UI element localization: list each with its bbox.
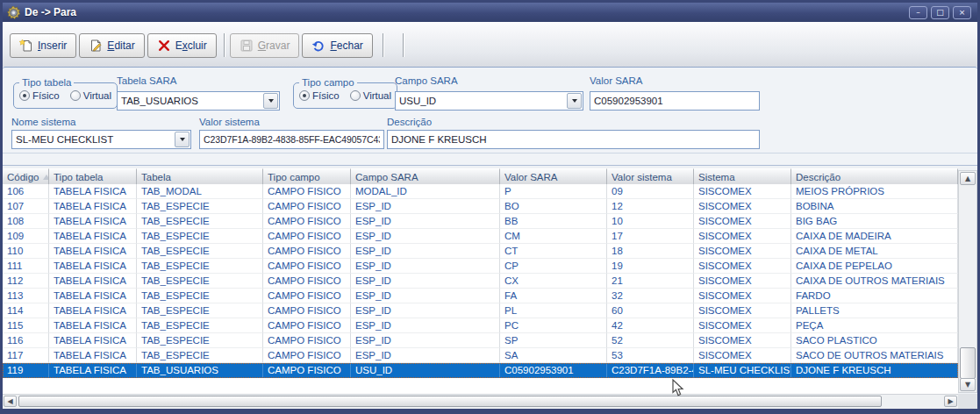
grid-cell: 12 xyxy=(607,199,694,214)
button-label: Inserir xyxy=(38,39,67,52)
radio-tipo-tabela-virtual[interactable]: Virtual xyxy=(70,90,111,101)
triangle-down-icon: ▼ xyxy=(965,382,970,389)
chevron-down-icon[interactable] xyxy=(263,93,278,109)
column-header-descri-o[interactable]: Descrição xyxy=(791,168,958,184)
delete-icon xyxy=(157,39,171,53)
campo-sara-combobox[interactable]: USU_ID xyxy=(395,91,583,111)
grid-cell: 113 xyxy=(3,289,49,303)
table-row[interactable]: 109TABELA FISICATAB_ESPECIECAMPO FISICOE… xyxy=(3,229,958,244)
grid-cell: TABELA FISICA xyxy=(49,214,137,229)
grid-cell: FARDO xyxy=(791,289,958,303)
column-header-valor-sistema[interactable]: Valor sistema xyxy=(607,168,694,184)
grid-cell: TABELA FISICA xyxy=(49,184,137,199)
fechar-button[interactable]: Fechar xyxy=(302,33,372,58)
column-header-campo-sara[interactable]: Campo SARA xyxy=(351,168,500,184)
grid-cell: CAMPO FISICO xyxy=(263,274,351,289)
vertical-scrollbar[interactable]: ▲ ▼ xyxy=(958,170,977,393)
horizontal-scrollbar[interactable]: ◀ ▶ xyxy=(3,394,958,409)
valor-sistema-input[interactable] xyxy=(199,130,384,149)
triangle-up-icon: ▲ xyxy=(965,175,970,182)
column-header-c-digo[interactable]: Código xyxy=(3,168,49,184)
column-header-sistema[interactable]: Sistema xyxy=(694,168,791,184)
grid-cell: ESP_ID xyxy=(351,274,500,289)
nome-sistema-label: Nome sistema xyxy=(11,117,76,127)
grid-cell: BOBINA xyxy=(791,199,958,214)
excluir-button[interactable]: Excluir xyxy=(147,33,217,58)
window-title: De -> Para xyxy=(25,6,76,18)
grid-cell: BB xyxy=(500,214,607,229)
radio-icon xyxy=(19,90,30,101)
descricao-input[interactable] xyxy=(387,130,760,149)
vertical-scroll-thumb[interactable] xyxy=(960,347,976,379)
grid-cell: 112 xyxy=(3,274,49,289)
grid-cell: TAB_ESPECIE xyxy=(137,303,263,318)
grid-cell: TABELA FISICA xyxy=(49,363,137,378)
grid-cell: 19 xyxy=(607,259,694,274)
column-header-tabela[interactable]: Tabela xyxy=(137,168,263,184)
groupbox-legend: Tipo campo xyxy=(299,76,357,89)
editar-button[interactable]: Editar xyxy=(79,33,144,58)
scroll-left-button[interactable]: ◀ xyxy=(4,396,17,407)
table-row[interactable]: 108TABELA FISICATAB_ESPECIECAMPO FISICOE… xyxy=(3,214,958,229)
button-label: Gravar xyxy=(258,39,290,52)
inserir-button[interactable]: Inserir xyxy=(10,33,76,58)
gravar-button[interactable]: Gravar xyxy=(230,33,300,58)
grid-cell: SL-MEU CHECKLIST xyxy=(694,363,791,378)
grid-cell: CAMPO FISICO xyxy=(263,229,351,244)
grid-cell: CAMPO FISICO xyxy=(263,184,351,199)
chevron-down-icon[interactable] xyxy=(175,132,190,147)
column-header-label: Tipo tabela xyxy=(54,172,103,182)
grid-cell: ESP_ID xyxy=(351,289,500,303)
table-row[interactable]: 114TABELA FISICATAB_ESPECIECAMPO FISICOE… xyxy=(3,303,958,318)
table-row[interactable]: 106TABELA FISICATAB_MODALCAMPO FISICOMOD… xyxy=(3,184,958,199)
grid-cell: SACO PLASTICO xyxy=(791,333,958,348)
chevron-down-icon[interactable] xyxy=(567,93,582,109)
maximize-button[interactable]: □ xyxy=(931,6,949,19)
table-row-selected[interactable]: 119TABELA FISICATAB_USUARIOSCAMPO FISICO… xyxy=(3,363,958,378)
grid-cell: TAB_USUARIOS xyxy=(137,363,263,378)
grid-cell: CAMPO FISICO xyxy=(263,244,351,259)
scroll-up-button[interactable]: ▲ xyxy=(960,172,976,185)
tabela-sara-label: Tabela SARA xyxy=(117,75,176,86)
nome-sistema-combobox[interactable]: SL-MEU CHECKLIST xyxy=(11,130,191,149)
grid-cell: CAMPO FISICO xyxy=(263,363,351,378)
valor-sara-input[interactable] xyxy=(590,91,760,111)
table-row[interactable]: 112TABELA FISICATAB_ESPECIECAMPO FISICOE… xyxy=(3,274,958,289)
title-bar[interactable]: De -> Para – □ × xyxy=(3,3,977,22)
horizontal-scroll-thumb[interactable] xyxy=(18,396,882,407)
grid-cell: 115 xyxy=(3,318,49,333)
grid-cell: CAIXA DE OUTROS MATERIAIS xyxy=(791,274,958,289)
radio-tipo-campo-fisico[interactable]: Físico xyxy=(299,90,340,101)
table-row[interactable]: 116TABELA FISICATAB_ESPECIECAMPO FISICOE… xyxy=(3,333,958,348)
grid-cell: SISCOMEX xyxy=(694,259,791,274)
grid-cell: TAB_ESPECIE xyxy=(137,289,263,303)
column-header-label: Valor sistema xyxy=(612,172,672,182)
table-row[interactable]: 113TABELA FISICATAB_ESPECIECAMPO FISICOE… xyxy=(3,289,958,303)
grid-cell: TAB_MODAL xyxy=(137,184,263,199)
table-row[interactable]: 115TABELA FISICATAB_ESPECIECAMPO FISICOE… xyxy=(3,318,958,333)
column-header-tipo-tabela[interactable]: Tipo tabela xyxy=(49,168,137,184)
table-row[interactable]: 111TABELA FISICATAB_ESPECIECAMPO FISICOE… xyxy=(3,259,958,274)
column-header-tipo-campo[interactable]: Tipo campo xyxy=(263,168,351,184)
tabela-sara-combobox[interactable]: TAB_USUARIOS xyxy=(117,91,280,111)
grid-cell: ESP_ID xyxy=(351,229,500,244)
radio-tipo-campo-virtual[interactable]: Virtual xyxy=(350,90,391,101)
grid-cell: 32 xyxy=(607,289,694,303)
table-row[interactable]: 117TABELA FISICATAB_ESPECIECAMPO FISICOE… xyxy=(3,348,958,363)
data-grid: 106TABELA FISICATAB_MODALCAMPO FISICOMOD… xyxy=(3,184,958,394)
grid-cell: CAMPO FISICO xyxy=(263,333,351,348)
grid-cell: TAB_ESPECIE xyxy=(137,214,263,229)
minimize-button[interactable]: – xyxy=(909,6,927,19)
column-header-valor-sara[interactable]: Valor SARA xyxy=(500,168,607,184)
grid-cell: CAIXA DE MADEIRA xyxy=(791,229,958,244)
table-row[interactable]: 110TABELA FISICATAB_ESPECIECAMPO FISICOE… xyxy=(3,244,958,259)
scroll-right-button[interactable]: ▶ xyxy=(944,396,957,407)
scroll-down-button[interactable]: ▼ xyxy=(960,378,976,391)
radio-tipo-tabela-fisico[interactable]: Físico xyxy=(19,90,60,101)
form-divider xyxy=(3,153,977,153)
table-row[interactable]: 107TABELA FISICATAB_ESPECIECAMPO FISICOE… xyxy=(3,199,958,214)
grid-cell: ESP_ID xyxy=(351,259,500,274)
grid-cell: SACO DE OUTROS MATERIAIS xyxy=(791,348,958,363)
close-button[interactable]: × xyxy=(953,6,971,19)
radio-label: Virtual xyxy=(83,90,111,101)
